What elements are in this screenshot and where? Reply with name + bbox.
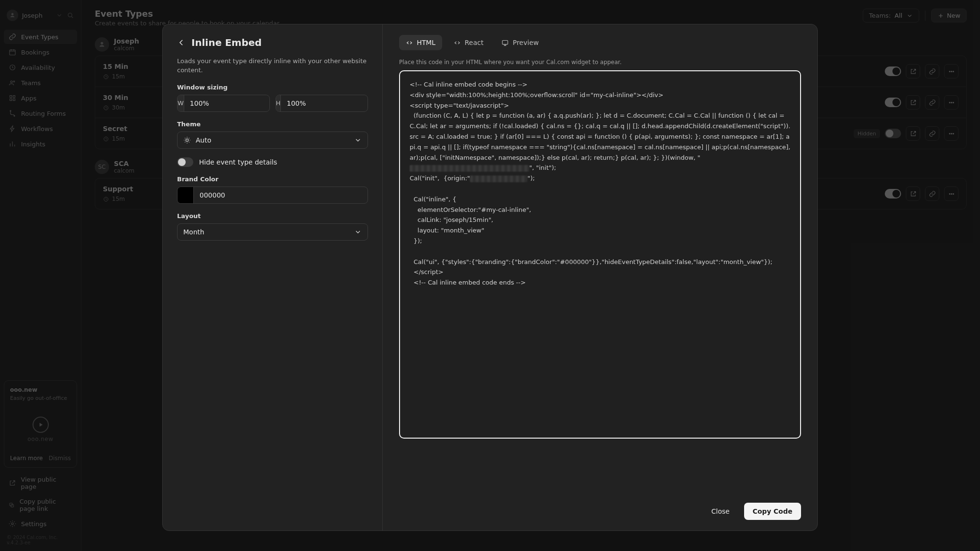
svg-rect-31 [502, 40, 508, 44]
tab-react[interactable]: React [447, 35, 490, 50]
embed-tabs: HTML React Preview [399, 35, 801, 50]
brand-color-input[interactable] [194, 187, 368, 203]
width-input[interactable] [184, 95, 270, 111]
code-block[interactable]: <!-- Cal inline embed code begins --> <d… [399, 70, 801, 439]
brand-color-label: Brand Color [177, 176, 368, 183]
brand-color-input-group [177, 187, 368, 204]
layout-select[interactable]: Month [177, 223, 368, 241]
hide-details-toggle[interactable] [177, 157, 193, 167]
tab-preview[interactable]: Preview [495, 35, 546, 50]
window-sizing-label: Window sizing [177, 84, 368, 91]
svg-point-30 [186, 139, 188, 141]
copy-code-button[interactable]: Copy Code [744, 503, 801, 520]
modal-actions: Close Copy Code [399, 493, 801, 520]
height-input-group: H [276, 95, 368, 112]
modal-left-panel: Inline Embed Loads your event type direc… [163, 24, 383, 530]
tab-label: Preview [512, 39, 539, 46]
code-icon [454, 39, 461, 46]
theme-select[interactable]: Auto [177, 132, 368, 149]
hide-details-row: Hide event type details [177, 157, 368, 167]
tab-label: HTML [417, 39, 435, 46]
code-hint: Place this code in your HTML where you w… [399, 59, 801, 66]
height-prefix: H [276, 95, 281, 111]
modal-right-panel: HTML React Preview Place this code in yo… [383, 24, 817, 530]
code-icon [406, 39, 413, 46]
sun-icon [183, 136, 191, 144]
tab-label: React [465, 39, 483, 46]
back-arrow-icon[interactable] [177, 38, 186, 47]
monitor-icon [501, 39, 509, 46]
code-text: <!-- Cal inline embed code begins --> <d… [410, 80, 791, 288]
theme-label: Theme [177, 121, 368, 128]
width-prefix: W [178, 95, 184, 111]
chevron-down-icon [354, 228, 362, 236]
embed-modal: Inline Embed Loads your event type direc… [162, 24, 818, 531]
modal-description: Loads your event type directly inline wi… [177, 57, 368, 75]
redacted-url [470, 176, 527, 182]
modal-header: Inline Embed [177, 37, 368, 48]
height-input[interactable] [281, 95, 368, 111]
layout-value: Month [183, 228, 349, 236]
theme-value: Auto [196, 136, 349, 144]
width-input-group: W [177, 95, 270, 112]
redacted-url [410, 165, 529, 172]
layout-label: Layout [177, 212, 368, 220]
chevron-down-icon [354, 136, 362, 144]
modal-overlay[interactable]: Inline Embed Loads your event type direc… [0, 0, 980, 551]
close-button[interactable]: Close [704, 503, 737, 520]
hide-details-label: Hide event type details [199, 158, 277, 166]
color-swatch[interactable] [178, 187, 194, 203]
modal-title: Inline Embed [191, 37, 262, 48]
tab-html[interactable]: HTML [399, 35, 442, 50]
